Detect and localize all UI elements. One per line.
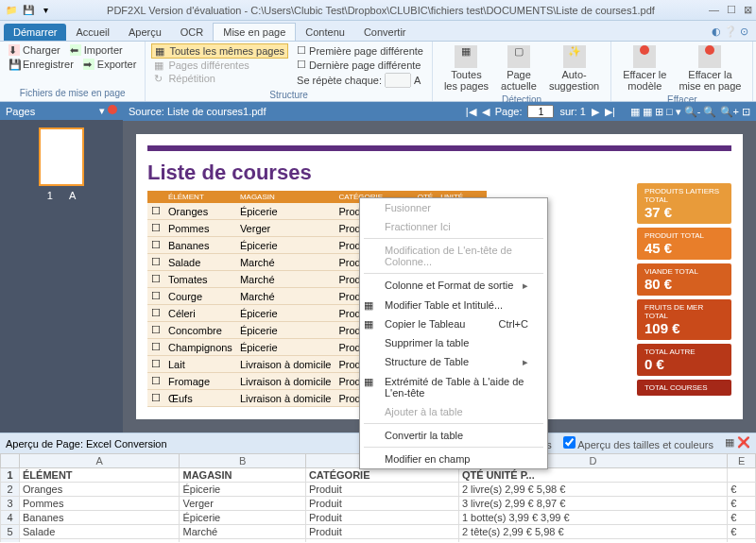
summary-card: VIANDE TOTAL80 € bbox=[637, 263, 731, 296]
grid-col-header[interactable]: B bbox=[180, 454, 305, 468]
pages-panel: Pages▾ 1A bbox=[0, 102, 123, 433]
detect-current-button[interactable]: ▢Page actuelle bbox=[495, 43, 542, 93]
charger-button[interactable]: ⬇Charger bbox=[6, 43, 63, 57]
nav-next-icon[interactable]: ▶ bbox=[592, 106, 599, 118]
grid-row[interactable]: 3PommesVergerProduit3 livre(s) 2,99 € 8,… bbox=[1, 497, 756, 511]
ribbon-tabs: Démarrer Accueil Aperçu OCR Mise en page… bbox=[0, 21, 756, 42]
table-header[interactable]: ÉLÉMENT bbox=[164, 191, 236, 203]
first-diff-checkbox[interactable]: ☐ Première page différente bbox=[294, 43, 426, 58]
preview-title: Aperçu de Page: Excel Conversion bbox=[6, 438, 167, 450]
group-label: Fichiers de mise en page bbox=[6, 87, 139, 99]
same-pages-button[interactable]: ▦Toutes les mêmes pages bbox=[151, 43, 288, 59]
qat-btn[interactable]: 📁 bbox=[4, 3, 19, 18]
titlebar: 📁 💾 ▾ PDF2XL Version d'évaluation - C:\U… bbox=[0, 0, 756, 21]
nav-last-icon[interactable]: ▶| bbox=[605, 106, 615, 118]
sizes-colors-checkbox[interactable]: Aperçu des tailles et couleurs bbox=[563, 436, 713, 450]
tab-convertir[interactable]: Convertir bbox=[354, 24, 416, 41]
tab-apercu[interactable]: Aperçu bbox=[119, 24, 171, 41]
summary-card: PRODUIT TOTAL45 € bbox=[637, 228, 731, 260]
grid-row[interactable]: 1ÉLÉMENTMAGASINCATÉGORIEQTÉ UNITÉ P... bbox=[1, 468, 756, 483]
nav-first-icon[interactable]: |◀ bbox=[466, 106, 476, 118]
tab-mise-en-page[interactable]: Mise en page bbox=[213, 23, 296, 41]
menu-item[interactable]: Convertir la table bbox=[360, 426, 547, 445]
importer-button[interactable]: ⬅Importer bbox=[67, 43, 126, 57]
group-label: Structure bbox=[151, 89, 426, 101]
menu-item: Fusionner bbox=[360, 198, 547, 217]
filter-icon[interactable]: ▾ bbox=[99, 105, 105, 116]
ribbon: ⬇Charger ⬅Importer 💾Enregistrer ➡Exporte… bbox=[0, 42, 756, 102]
menu-item: Modification de L'en-tête de Colonne... bbox=[360, 241, 547, 271]
exporter-button[interactable]: ➡Exporter bbox=[80, 58, 140, 71]
grid-col-header[interactable]: A bbox=[20, 454, 180, 468]
nav-prev-icon[interactable]: ◀ bbox=[482, 106, 490, 118]
grid-col-header[interactable]: E bbox=[728, 454, 756, 468]
document-title: Liste de courses bbox=[147, 161, 731, 185]
context-menu: FusionnerFractionner IciModification de … bbox=[359, 197, 548, 469]
header-bar bbox=[147, 145, 731, 151]
last-diff-checkbox[interactable]: ☐ Dernière page différente bbox=[294, 58, 426, 72]
menu-item: Ajouter à la table bbox=[360, 402, 547, 421]
menu-item[interactable]: Colonne et Format de sortie▸ bbox=[360, 276, 547, 296]
window-title: PDF2XL Version d'évaluation - C:\Users\C… bbox=[53, 5, 709, 16]
repetition-button[interactable]: ↻Répétition bbox=[151, 72, 288, 85]
menu-item[interactable]: ▦Extrémité de Table à L'aide de L'en-têt… bbox=[360, 372, 547, 402]
grid-row[interactable]: 4BananesÉpicerieProduit1 botte(s) 3,99 €… bbox=[1, 511, 756, 525]
minimize-button[interactable]: — bbox=[709, 4, 719, 16]
pages-panel-title: Pages bbox=[6, 106, 35, 117]
source-title: Source: Liste de courses1.pdf bbox=[129, 106, 266, 117]
qat-btn[interactable]: ▾ bbox=[38, 3, 53, 18]
auto-suggest-button[interactable]: ✨Auto-suggestion bbox=[543, 43, 605, 93]
qat-btn[interactable]: 💾 bbox=[21, 3, 36, 18]
diff-pages-button[interactable]: ▦Pages différentes bbox=[151, 59, 288, 72]
page-thumbnail[interactable]: 1A bbox=[39, 127, 84, 201]
tab-accueil[interactable]: Accueil bbox=[66, 24, 118, 41]
maximize-button[interactable]: ☐ bbox=[727, 4, 736, 16]
summary-card: TOTAL COURSES bbox=[637, 380, 731, 396]
repeat-input[interactable]: Se répète chaque: A bbox=[294, 72, 426, 89]
tab-ocr[interactable]: OCR bbox=[171, 24, 213, 41]
grid-row[interactable]: 6TomatesMarchéProduit4 livre(s) 2,99 € 1… bbox=[1, 539, 756, 543]
summary-card: FRUITS DE MER TOTAL109 € bbox=[637, 299, 731, 340]
erase-layout-button[interactable]: Effacer la mise en page bbox=[673, 43, 747, 93]
menu-item[interactable]: Structure de Table▸ bbox=[360, 352, 547, 372]
grid-row[interactable]: 2OrangesÉpicerieProduit2 livre(s) 2,99 €… bbox=[1, 483, 756, 497]
menu-item[interactable]: ▦Modifier Table et Intitulé... bbox=[360, 296, 547, 314]
menu-item: Fractionner Ici bbox=[360, 217, 547, 236]
grid-col-header[interactable] bbox=[1, 454, 20, 468]
quick-access-toolbar: 📁 💾 ▾ bbox=[4, 3, 53, 18]
menu-item[interactable]: Modifier en champ bbox=[360, 450, 547, 468]
tab-contenu[interactable]: Contenu bbox=[296, 24, 354, 41]
close-button[interactable]: ⊠ bbox=[744, 4, 752, 16]
erase-template-button[interactable]: Effacer le modèle bbox=[617, 43, 672, 93]
page-number-input[interactable] bbox=[527, 105, 554, 118]
grid-row[interactable]: 5SaladeMarchéProduit2 tête(s) 2,99 € 5,9… bbox=[1, 525, 756, 539]
table-header[interactable]: MAGASIN bbox=[236, 191, 335, 203]
enregistrer-button[interactable]: 💾Enregistrer bbox=[6, 58, 77, 71]
tab-start[interactable]: Démarrer bbox=[4, 24, 66, 41]
close-panel-icon[interactable] bbox=[108, 105, 117, 114]
menu-item[interactable]: ▦Copier le TableauCtrl+C bbox=[360, 314, 547, 333]
detect-all-button[interactable]: ▦Toutes les pages bbox=[438, 43, 494, 93]
summary-card: TOTAL AUTRE0 € bbox=[637, 344, 731, 376]
table-header[interactable] bbox=[147, 191, 164, 203]
menu-item[interactable]: Supprimer la table bbox=[360, 333, 547, 352]
summary-card: PRODUITS LAITIERS TOTAL37 € bbox=[637, 183, 731, 224]
